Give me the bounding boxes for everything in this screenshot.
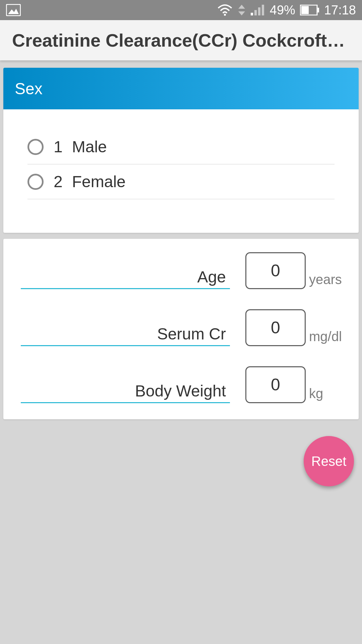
age-unit: years (306, 272, 349, 289)
serum-cr-unit: mg/dl (306, 329, 349, 346)
body-weight-input[interactable]: 0 (245, 366, 306, 403)
radio-number: 1 (54, 138, 63, 156)
status-left (6, 4, 21, 16)
svg-rect-8 (262, 5, 264, 15)
svg-rect-7 (258, 7, 260, 15)
radio-option-male[interactable]: 1 Male (27, 129, 335, 164)
body-weight-unit: kg (306, 386, 349, 403)
status-right: 49% 17:18 (217, 3, 356, 17)
reset-button[interactable]: Reset (304, 436, 354, 486)
sex-section-header: Sex (3, 68, 359, 109)
content: Sex 1 Male 2 Female Age 0 years Serum (0, 60, 362, 419)
input-row-serum-cr: Serum Cr 0 mg/dl (21, 309, 349, 346)
svg-rect-6 (254, 10, 257, 15)
svg-marker-1 (8, 9, 19, 14)
picture-icon (6, 4, 21, 16)
radio-option-female[interactable]: 2 Female (27, 164, 335, 199)
sex-card: Sex 1 Male 2 Female (3, 68, 359, 233)
serum-cr-label: Serum Cr (157, 325, 226, 343)
wifi-icon (217, 4, 233, 16)
field-label-wrap: Serum Cr (21, 325, 230, 346)
radio-label: Male (72, 138, 107, 156)
page-title: Creatinine Clearance(CCr) Cockcroft-Gaul… (12, 30, 350, 51)
field-label-wrap: Age (21, 268, 230, 289)
input-row-body-weight: Body Weight 0 kg (21, 366, 349, 403)
svg-rect-11 (301, 6, 309, 14)
updown-icon (238, 4, 246, 16)
input-row-age: Age 0 years (21, 252, 349, 289)
svg-marker-4 (238, 11, 245, 15)
signal-icon (250, 4, 265, 16)
battery-percent: 49% (270, 3, 295, 17)
svg-rect-5 (251, 13, 253, 15)
svg-rect-10 (317, 8, 319, 12)
field-label-wrap: Body Weight (21, 382, 230, 403)
body-weight-label: Body Weight (135, 382, 226, 400)
radio-icon (27, 139, 44, 155)
sex-radio-list: 1 Male 2 Female (3, 109, 359, 233)
radio-number: 2 (54, 172, 63, 191)
serum-cr-input[interactable]: 0 (245, 309, 306, 346)
svg-point-2 (224, 14, 226, 16)
radio-icon (27, 174, 44, 190)
battery-icon (300, 5, 319, 15)
radio-label: Female (72, 172, 126, 191)
app-bar: Creatinine Clearance(CCr) Cockcroft-Gaul… (0, 20, 362, 60)
clock-text: 17:18 (324, 3, 356, 17)
svg-marker-3 (238, 5, 245, 9)
inputs-card: Age 0 years Serum Cr 0 mg/dl Body Weight… (3, 239, 359, 419)
age-input[interactable]: 0 (245, 252, 306, 289)
status-bar: 49% 17:18 (0, 0, 362, 20)
age-label: Age (197, 268, 226, 286)
